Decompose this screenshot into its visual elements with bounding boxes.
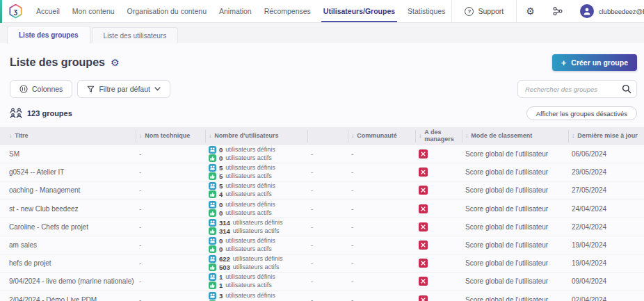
table-row[interactable]: am sales - 0utilisateurs définis bbox=[0, 236, 644, 254]
users-defined-icon bbox=[209, 201, 216, 209]
create-group-button[interactable]: + Créer un groupe bbox=[552, 54, 637, 71]
count-row: 123 groupes Afficher les groupes désacti… bbox=[0, 98, 644, 127]
cell-derniere-mise-a-jour: 19/04/2024 bbox=[568, 259, 644, 267]
columns-icon bbox=[19, 85, 28, 93]
header-nom-technique[interactable]: ↓Nom technique bbox=[136, 127, 205, 145]
cell-extra: - bbox=[307, 186, 348, 194]
show-disabled-groups-button[interactable]: Afficher les groupes désactivés bbox=[526, 106, 637, 120]
header-mode-de-classement[interactable]: ↓Mode de classement bbox=[462, 127, 568, 145]
nav-item-accueil[interactable]: Accueil bbox=[30, 0, 66, 22]
person-icon bbox=[582, 6, 592, 16]
org-chart-button[interactable] bbox=[544, 0, 572, 22]
table-row[interactable]: 9/04/2024 - live demo (marine nationale)… bbox=[0, 272, 644, 291]
users-active-icon bbox=[209, 190, 216, 198]
cell-communaute: - bbox=[348, 241, 415, 249]
table-row[interactable]: 2/04/2024 - Démo Live PDM - 3utilisateur… bbox=[0, 291, 644, 301]
tab-liste-des-utilisateurs[interactable]: Liste des utilisateurs bbox=[92, 27, 179, 43]
settings-button[interactable]: ⚙ bbox=[517, 0, 544, 22]
cell-derniere-mise-a-jour: 29/05/2024 bbox=[568, 168, 644, 176]
no-managers-badge bbox=[419, 149, 428, 158]
sort-icon[interactable]: ↓ bbox=[419, 133, 421, 139]
sort-icon[interactable]: ↓ bbox=[351, 133, 354, 139]
cell-nombre-utilisateurs: 0utilisateurs définis 0utilisateurs acti… bbox=[205, 237, 307, 253]
table-row[interactable]: SM - 0utilisateurs définis bbox=[0, 145, 644, 163]
cell-a-des-managers bbox=[415, 259, 462, 268]
no-managers-badge bbox=[419, 277, 428, 286]
sort-icon[interactable]: ↓ bbox=[465, 133, 468, 139]
header-a-des-managers[interactable]: ↓A des managers bbox=[415, 127, 462, 145]
support-button[interactable]: ? Support bbox=[452, 0, 516, 22]
tab-strip: Liste des groupes Liste des utilisateurs bbox=[0, 23, 644, 43]
users-active-icon bbox=[209, 282, 216, 289]
nav-item-animation[interactable]: Animation bbox=[213, 0, 258, 22]
no-managers-badge bbox=[419, 222, 428, 231]
cell-mode-de-classement: Score global de l'utilisateur bbox=[462, 277, 568, 285]
help-icon: ? bbox=[465, 7, 474, 16]
nav-item-statistiques[interactable]: Statistiques bbox=[401, 0, 451, 22]
users-defined-icon bbox=[209, 292, 216, 300]
default-filter-button[interactable]: Filtre par défaut bbox=[77, 80, 170, 98]
users-defined-icon bbox=[209, 219, 216, 227]
nav-item-utilisateurs-groupes[interactable]: Utilisateurs/Groupes bbox=[317, 0, 401, 22]
header-nombre-utilisateurs[interactable]: ↓Nombre d'utilisateurs bbox=[205, 127, 307, 145]
table-row[interactable]: g0524 -- Atelier IT - 5utilisateurs défi… bbox=[0, 163, 644, 181]
sort-icon[interactable]: ↓ bbox=[572, 133, 574, 139]
cell-title: hefs de projet bbox=[6, 259, 136, 267]
cell-nombre-utilisateurs: 5utilisateurs définis 4utilisateurs acti… bbox=[205, 182, 307, 198]
columns-button[interactable]: Colonnes bbox=[10, 80, 72, 98]
users-active-icon bbox=[209, 263, 216, 271]
header-derniere-mise-a-jour[interactable]: ↓Dernière mise à jour bbox=[568, 127, 644, 145]
cell-nom-technique: - bbox=[136, 277, 205, 285]
table-controls: Colonnes Filtre par défaut bbox=[0, 71, 644, 98]
cell-nom-technique: - bbox=[136, 186, 205, 194]
group-count: 123 groupes bbox=[27, 109, 72, 117]
search-input[interactable] bbox=[517, 80, 637, 98]
account-menu[interactable]: clubbeedeez@beedeez.com bbox=[572, 0, 644, 22]
cell-mode-de-classement: Score global de l'utilisateur bbox=[462, 205, 568, 213]
no-managers-badge bbox=[419, 259, 428, 268]
groups-icon bbox=[10, 108, 22, 119]
users-defined-icon bbox=[209, 146, 216, 154]
cell-extra: - bbox=[307, 168, 348, 176]
search-icon[interactable] bbox=[622, 84, 631, 94]
cell-extra: - bbox=[307, 277, 348, 285]
header-communaute[interactable]: ↓Communauté bbox=[348, 127, 415, 145]
cell-communaute: - bbox=[348, 277, 415, 285]
cell-derniere-mise-a-jour: 27/05/2024 bbox=[568, 186, 644, 194]
app-logo[interactable]: ʒ bbox=[0, 0, 30, 22]
cell-title: 2/04/2024 - Démo Live PDM bbox=[6, 296, 136, 301]
users-defined-icon bbox=[209, 237, 216, 245]
plus-icon: + bbox=[561, 58, 567, 67]
table-row[interactable]: hefs de projet - 622utilisateurs définis bbox=[0, 254, 644, 272]
cell-a-des-managers bbox=[415, 168, 462, 177]
cell-nom-technique: - bbox=[136, 205, 205, 213]
users-active-icon bbox=[209, 172, 216, 180]
table-row[interactable]: Caroline - Chefs de projet - 314utilisat… bbox=[0, 218, 644, 236]
cell-extra: - bbox=[307, 150, 348, 158]
cell-a-des-managers bbox=[415, 295, 462, 301]
chevron-down-icon bbox=[154, 87, 161, 91]
sort-icon[interactable]: ↓ bbox=[139, 133, 142, 139]
nav-item-mon-contenu[interactable]: Mon contenu bbox=[66, 0, 121, 22]
cell-derniere-mise-a-jour: 24/04/2024 bbox=[568, 205, 644, 213]
sort-icon[interactable]: ↓ bbox=[209, 133, 211, 139]
cell-nombre-utilisateurs: 3utilisateurs définis 3utilisateurs acti… bbox=[205, 292, 307, 301]
avatar bbox=[580, 4, 594, 18]
sort-icon[interactable]: ↓ bbox=[9, 133, 12, 139]
cell-title: Caroline - Chefs de projet bbox=[6, 223, 136, 231]
nav-item-recompenses[interactable]: Récompenses bbox=[258, 0, 317, 22]
nav-item-organisation-du-contenu[interactable]: Organisation du contenu bbox=[121, 0, 213, 22]
cell-nombre-utilisateurs: 1utilisateurs définis 1utilisateurs acti… bbox=[205, 273, 307, 289]
cell-extra: - bbox=[307, 241, 348, 249]
group-search bbox=[517, 80, 637, 98]
cell-derniere-mise-a-jour: 02/04/2024 bbox=[568, 296, 644, 301]
table-row[interactable]: oaching - Management - 5utilisateurs déf… bbox=[0, 181, 644, 200]
list-settings-gear-icon[interactable]: ⚙ bbox=[111, 58, 120, 67]
header-titre[interactable]: ↓Titre bbox=[6, 127, 136, 145]
table-row[interactable]: st - new Club beedeez - 0utilisateurs dé… bbox=[0, 200, 644, 218]
no-managers-badge bbox=[419, 241, 428, 250]
tab-liste-des-groupes[interactable]: Liste des groupes bbox=[7, 26, 90, 44]
cell-derniere-mise-a-jour: 19/04/2024 bbox=[568, 241, 644, 249]
no-managers-badge bbox=[419, 186, 428, 195]
cell-title: st - new Club beedeez bbox=[6, 205, 136, 213]
